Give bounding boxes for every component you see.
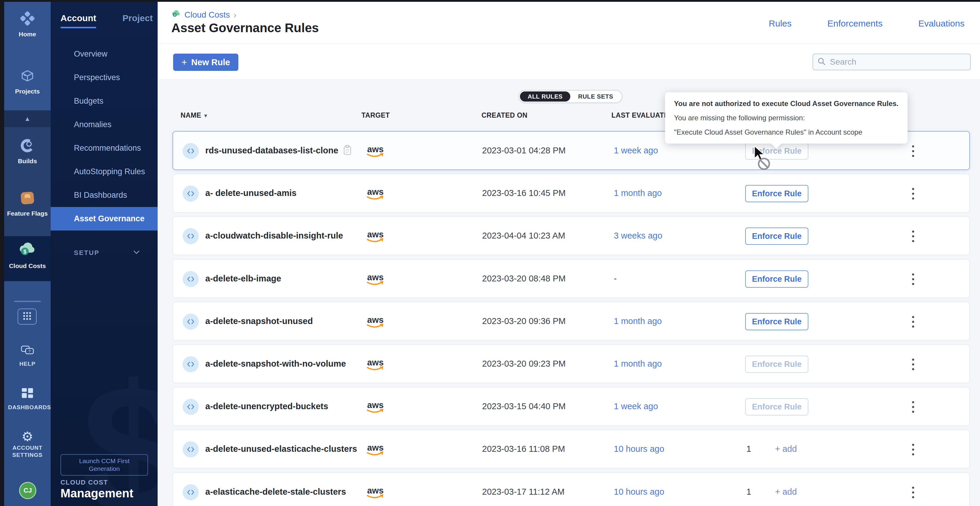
enforce-rule-button[interactable]: Enforce Rule [745,313,808,330]
column-header-name[interactable]: NAME▾ [181,111,207,119]
rule-name[interactable]: rds-unused-databases-list-clone [205,146,338,155]
last-evaluation-link[interactable]: 10 hours ago [614,473,664,506]
last-evaluation-link[interactable]: 3 weeks ago [614,217,662,255]
rail-dashboards[interactable]: DASHBOARDS [4,387,51,411]
sidebar-setup-section[interactable]: SETUP [51,244,158,262]
last-evaluation-link[interactable]: 1 week ago [614,387,658,425]
row-menu-icon[interactable] [905,227,920,246]
table-row[interactable]: a-delete-unused-elasticache-clusters aws… [172,430,970,468]
link-enforcements[interactable]: Enforcements [827,19,883,29]
link-evaluations[interactable]: Evaluations [918,19,964,29]
last-evaluation-link[interactable]: 1 month ago [614,302,662,340]
module-home[interactable]: Home [4,10,51,38]
rule-name[interactable]: a-delete-elb-image [205,274,281,284]
rule-icon [183,228,199,244]
enforce-rule-button[interactable]: Enforce Rule [745,270,808,288]
sidebar-item-budgets[interactable]: Budgets [51,89,158,113]
user-avatar[interactable]: CJ [19,482,37,499]
sidebar-item-overview[interactable]: Overview [51,42,158,66]
created-on-value: 2023-03-20 08:48 PM [482,260,566,298]
tab-account[interactable]: Account [60,13,96,28]
sidebar-item-autostopping-rules[interactable]: AutoStopping Rules [51,160,158,184]
add-enforcement-link[interactable]: + add [775,430,797,468]
last-evaluation-link[interactable]: 1 month ago [614,174,662,212]
rail-collapse-strip[interactable]: ▲ [4,110,51,127]
module-rail: Home Projects ▲ Builds [4,2,51,506]
last-evaluation-link[interactable]: 10 hours ago [614,430,664,468]
module-projects-label: Projects [15,88,40,95]
rail-account-settings[interactable]: ⚙ ACCOUNT SETTINGS [4,430,51,458]
table-row[interactable]: a-delete-unencrypted-buckets aws 2023-03… [172,387,970,426]
dashboards-icon [21,387,34,401]
row-menu-icon[interactable] [905,440,920,459]
table-row[interactable]: a-delete-snapshot-unused aws 2023-03-20 … [172,302,970,341]
module-home-label: Home [19,31,36,38]
segment-rule-sets[interactable]: RULE SETS [570,92,621,102]
sidebar-item-asset-governance[interactable]: Asset Governance [51,207,158,230]
table-row[interactable]: a-cloudwatch-disable-insight-rule aws 20… [172,216,970,255]
module-picker-button[interactable] [18,309,37,325]
row-menu-icon[interactable] [905,184,920,203]
sidebar-item-anomalies[interactable]: Anomalies [51,113,158,136]
enforce-rule-button[interactable]: Enforce Rule [745,228,808,245]
add-enforcement-link[interactable]: + add [775,473,797,506]
sidebar-item-recommendations[interactable]: Recommendations [51,136,158,160]
module-builds[interactable]: Builds [4,138,51,165]
rule-name[interactable]: a-cloudwatch-disable-insight-rule [205,231,343,241]
rule-name[interactable]: a-delete-snapshot-unused [205,316,313,326]
rule-icon [183,399,199,415]
rule-name[interactable]: a-delete-unused-elasticache-clusters [205,444,357,454]
table-row[interactable]: a-delete-snapshot-with-no-volume aws 202… [172,344,970,383]
row-menu-icon[interactable] [905,270,920,289]
rule-icon [183,441,199,457]
sidebar-item-perspectives[interactable]: Perspectives [51,66,158,89]
table-row[interactable]: a-delete-elb-image aws 2023-03-20 08:48 … [172,259,970,298]
rule-name[interactable]: a-delete-snapshot-with-no-volume [205,359,346,369]
rule-name[interactable]: a-delete-unencrypted-buckets [205,401,328,411]
cloud-costs-breadcrumb-icon: $ [171,9,181,21]
link-rules[interactable]: Rules [769,19,792,29]
rule-icon [183,143,199,159]
svg-text:aws: aws [367,272,383,282]
row-menu-icon[interactable] [905,397,920,416]
row-menu-icon[interactable] [905,483,920,502]
enforce-rule-button[interactable]: Enforce Rule [745,398,808,416]
builds-icon [19,138,35,155]
row-menu-icon[interactable] [905,141,920,160]
toolbar: + New Rule [158,44,980,80]
tab-project[interactable]: Project [123,13,153,28]
table-row[interactable]: a- delete-unused-amis aws 2023-03-16 10:… [172,174,970,213]
module-feature-flags[interactable]: Feature Flags [4,190,51,217]
launch-ccm-first-gen-button[interactable]: Launch CCM First Generation [60,454,148,476]
search-input[interactable] [829,57,966,67]
sidebar-item-bi-dashboards[interactable]: BI Dashboards [51,184,158,207]
rule-name[interactable]: a- delete-unused-amis [205,188,296,198]
module-cloud-costs[interactable]: $ Cloud Costs [4,240,51,270]
brand-title: Management [60,487,134,500]
table-row[interactable]: a-elasticache-delete-stale-clusters aws … [172,472,970,506]
copy-icon[interactable] [343,144,352,157]
tooltip-line-3: "Execute Cloud Asset Governance Rules" i… [674,128,899,136]
aws-logo: aws [364,174,387,212]
last-evaluation-link[interactable]: 1 month ago [614,345,662,383]
permission-tooltip: You are not authorized to execute Cloud … [665,92,908,144]
created-on-value: 2023-03-20 09:23 PM [482,345,566,383]
search-icon [817,57,826,67]
rail-dashboards-label: DASHBOARDS [8,404,47,411]
rule-name[interactable]: a-elasticache-delete-stale-clusters [205,487,346,497]
segment-all-rules[interactable]: ALL RULES [520,92,570,102]
row-menu-icon[interactable] [905,355,920,374]
enforce-rule-button[interactable]: Enforce Rule [745,355,808,373]
last-evaluation-link[interactable]: 1 week ago [614,132,658,170]
rail-help[interactable]: ? HELP [4,344,51,368]
created-on-value: 2023-03-01 04:28 PM [482,132,566,170]
new-rule-button[interactable]: + New Rule [173,54,239,71]
row-menu-icon[interactable] [905,312,920,331]
enforce-rule-button[interactable]: Enforce Rule [745,185,808,202]
last-evaluation-link[interactable]: - [614,260,617,298]
module-projects[interactable]: Projects [4,68,51,95]
breadcrumb: $ Cloud Costs › [171,9,237,21]
breadcrumb-cloud-costs[interactable]: Cloud Costs [185,10,230,20]
rule-icon [183,186,199,201]
aws-logo: aws [364,345,387,383]
